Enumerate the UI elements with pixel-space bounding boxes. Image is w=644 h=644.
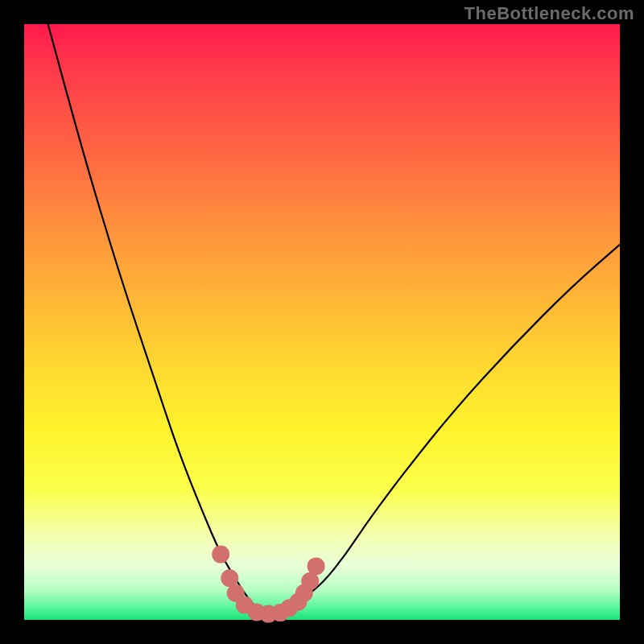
marker-dot xyxy=(308,557,325,575)
marker-dot xyxy=(212,546,229,564)
highlighted-points xyxy=(212,546,324,623)
watermark-text: TheBottleneck.com xyxy=(464,3,634,24)
plot-area xyxy=(24,24,620,620)
curve-layer xyxy=(24,24,620,620)
bottleneck-curve xyxy=(48,24,620,614)
chart-frame: TheBottleneck.com xyxy=(0,0,644,644)
